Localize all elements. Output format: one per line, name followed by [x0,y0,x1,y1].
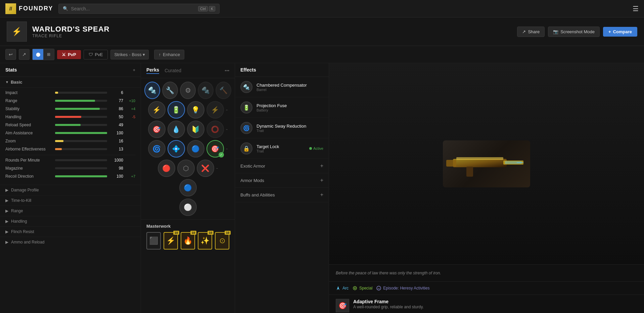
share-button[interactable]: ↗ Share [517,27,545,37]
tag-arc: Arc [336,286,349,290]
perk-barrel-5[interactable]: 🔨 [216,82,231,99]
perk-t1-1[interactable]: 🌀 [148,140,166,158]
stat-value-impact: 6 [110,90,123,95]
perk-3-3[interactable]: 🔰 [187,121,204,138]
perk-t1-3[interactable]: 🔵 [187,140,204,158]
view-mode-toggle: ⬤ ⊞ [32,49,54,60]
stat-row-stability: Stability 86 +4 [5,106,135,111]
k-key: K [209,6,215,11]
search-kbd: Ctrl K [198,6,215,11]
weapon-image [443,140,530,187]
screenshot-icon: 📷 [553,29,558,34]
undo-button[interactable]: ↩ [5,49,16,60]
perk-t2-2[interactable]: ⬡ [177,160,195,177]
perk-t1-2[interactable]: 💠 [168,140,185,158]
frame-info: 🎯 Adaptive Frame A well-rounded grip, re… [329,295,644,313]
perk-3-2[interactable]: 💧 [168,121,185,138]
perk-barrel-1[interactable]: 🔩 [144,82,160,99]
stat-row-aim: Aim Assistance 100 [5,131,135,135]
perk-3-4[interactable]: ⭕ [206,121,224,138]
perk-single-1[interactable]: 🔵 [179,179,197,196]
handling-section[interactable]: ▶ Handling [0,216,141,226]
stats-add-icon[interactable]: + [133,68,135,73]
mw-icon-4[interactable]: ⊙ 10 [215,232,229,250]
search-input[interactable] [71,6,195,11]
perk-grid: 🔩 🔧 ⚙ 🔩 🔨 ⚡ 🔋 💡 ⚡ - 🎯 💧 🔰 ⭕ - [141,78,235,219]
effect-item-trait2[interactable]: 🔒 Target Lock Trait Active [235,138,329,159]
exotic-armor-section[interactable]: Exotic Armor + [235,159,329,173]
perk-battery-4[interactable]: ⚡ [206,101,224,119]
armor-mods-section[interactable]: Armor Mods + [235,173,329,188]
stat-row-zoom: Zoom 16 [5,139,135,143]
damage-profile-section[interactable]: ▶ Damage Profile [0,185,141,195]
perk-3-1[interactable]: 🎯 [148,121,166,138]
ammo-section[interactable]: ▶ Ammo and Reload [0,237,141,247]
mw-icon-1[interactable]: ⚡ 10 [164,232,178,250]
effect-icon-trait2: 🔒 [240,142,252,154]
mw-icon-2[interactable]: 🔥 10 [181,232,195,250]
stat-bar-rpm [55,159,107,161]
svg-marker-7 [337,286,339,290]
compare-button[interactable]: + Compare [603,27,637,37]
perk-barrel-2[interactable]: 🔧 [162,82,178,99]
perks-menu-button[interactable]: ••• [225,68,229,73]
curated-tab[interactable]: Curated [165,68,181,73]
effect-info-battery: Projection Fuse Battery [257,103,323,112]
perk-battery-1[interactable]: ⚡ [148,101,166,119]
buffs-section[interactable]: Buffs and Abilities + [235,188,329,202]
mw-icon-0[interactable]: ⬛ [146,232,161,250]
pvp-button[interactable]: ⚔ PvP [57,50,81,59]
strikes-dropdown[interactable]: Strikes - Boss ▾ [110,50,149,59]
perk-battery-3[interactable]: 💡 [187,101,204,119]
effect-item-battery[interactable]: 🔋 Projection Fuse Battery [235,97,329,118]
perk-check-1: ✓ [219,152,224,158]
chevron-right-icon-5: ▶ [5,229,8,234]
logo-icon: // [5,3,16,14]
chevron-right-icon-2: ▶ [5,198,8,203]
stat-row-rpm: Rounds Per Minute 1000 [5,158,135,163]
dash-sep: - [129,52,130,57]
top-navigation: // FOUNDRY 🔍 Ctrl K ☰ [0,0,644,17]
mw-icon-3[interactable]: ✨ 10 [198,232,212,250]
perk-single-2[interactable]: ⚪ [179,198,197,216]
stat-bar-fill-handling [55,116,81,118]
grid-view-button[interactable]: ⊞ [43,49,54,60]
hamburger-menu[interactable]: ☰ [633,5,639,13]
weapon-lore: Before the peace of law there was only t… [329,264,644,281]
time-to-kill-section[interactable]: ▶ Time-to-Kill [0,195,141,206]
frame-desc: A well-rounded grip, reliable and sturdy… [353,304,637,310]
perk-t1-4[interactable]: 🎯 ✓ [206,140,224,158]
search-bar[interactable]: 🔍 Ctrl K [58,4,220,14]
chevron-right-icon-6: ▶ [5,240,8,244]
stat-value-airborne: 13 [110,147,123,151]
perks-tab[interactable]: Perks [146,67,159,74]
stat-bar-fill-aim [55,132,107,134]
single-view-button[interactable]: ⬤ [33,49,43,60]
range-section[interactable]: ▶ Range [0,206,141,216]
masterwork-icons: ⬛ ⚡ 10 🔥 10 ✨ 10 ⊙ 10 [146,232,229,250]
stat-bar-magazine [55,167,107,169]
flinch-section[interactable]: ▶ Flinch Resist [0,226,141,237]
perk-barrel-3[interactable]: ⚙ [180,82,196,99]
perk-dash-3: - [226,140,228,158]
perk-battery-2[interactable]: 🔋 [168,101,185,119]
screenshot-button[interactable]: 📷 Screenshot Mode [548,27,600,37]
effect-type-barrel: Barrel [257,88,323,92]
enhance-button[interactable]: ↑ Enhance [154,50,184,59]
stats-header: Stats + [0,63,141,77]
weapon-type: TRACE RIFLE [32,34,512,38]
basic-section-toggle[interactable]: ▼ Basic [0,77,141,88]
weapon-image-area [329,63,644,264]
pve-button[interactable]: 🛡 PvE [84,50,108,59]
perk-t2-1[interactable]: 🔴 [158,160,175,177]
effect-item-barrel[interactable]: 🔩 Chambered Compensator Barrel [235,77,329,97]
chevron-icon: ▼ [5,80,9,84]
perk-t2-3[interactable]: ❌ [197,160,214,177]
stat-mod-range: +10 [123,99,135,103]
share-toolbar-button[interactable]: ↗ [19,49,30,60]
effect-item-trait1[interactable]: 🌀 Dynamic Sway Reduction Trait [235,118,329,138]
chevron-down-icon: ▾ [143,52,145,57]
effect-name-trait2: Target Lock [257,144,305,149]
perk-barrel-4[interactable]: 🔩 [198,82,214,99]
stat-bar-fill-range [55,100,95,102]
